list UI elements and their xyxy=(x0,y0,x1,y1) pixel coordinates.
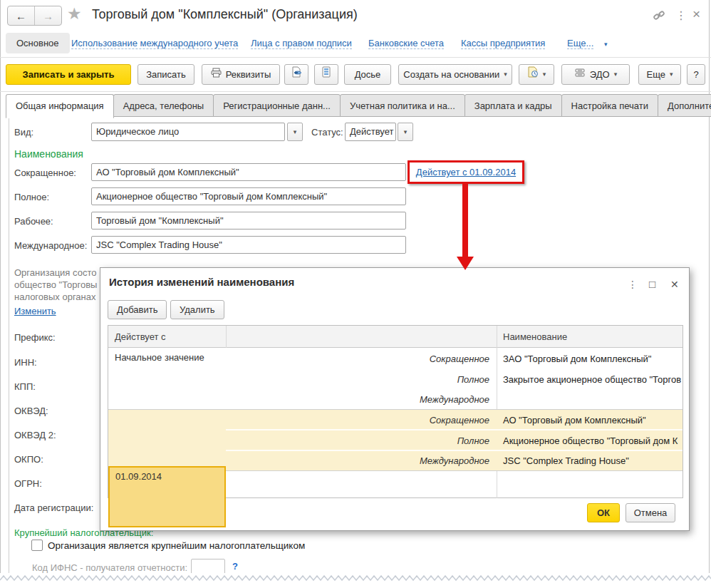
tab-additional[interactable]: Дополнительно xyxy=(658,94,711,117)
tab-payroll-hr[interactable]: Зарплата и кадры xyxy=(465,94,562,117)
status-field[interactable]: Действует xyxy=(345,123,396,141)
tab-accounting-policy[interactable]: Учетная политика и на... xyxy=(340,94,465,117)
working-name-label: Рабочее: xyxy=(14,216,53,227)
vid-dropdown-icon[interactable]: ▾ xyxy=(287,123,303,141)
toolbar-more-label: Еще xyxy=(647,65,665,84)
okpo-label: ОКПО: xyxy=(14,454,43,465)
history-table-header: Действует с Наименование xyxy=(108,326,683,348)
selected-date-cell[interactable]: 01.09.2014 xyxy=(108,466,226,527)
requisites-button[interactable]: Реквизиты xyxy=(202,64,280,85)
short-name-field[interactable]: АО "Торговый дом Комплексный" xyxy=(91,163,406,181)
column-header-name: Наименование xyxy=(497,326,574,348)
nav-link-more[interactable]: Еще... xyxy=(567,38,593,49)
name-value-cell[interactable]: JSC "Complex Trading House" xyxy=(497,455,683,466)
printer-icon xyxy=(211,65,222,84)
edo-caret-icon: ▾ xyxy=(614,65,618,84)
back-button[interactable]: ← xyxy=(8,6,34,25)
international-name-field[interactable]: JSC "Complex Trading House" xyxy=(91,236,406,254)
annotation-arrow xyxy=(462,184,468,257)
name-value-cell[interactable]: ЗАО "Торговый дом Комплексный" xyxy=(497,354,683,364)
form-left-border xyxy=(9,118,9,577)
nav-link-international-accounting[interactable]: Использование международного учета xyxy=(71,38,238,49)
toolbar-more-button[interactable]: Еще▾ xyxy=(638,64,681,85)
name-kind-label: Международное xyxy=(226,455,497,466)
nav-link-signatories[interactable]: Лица с правом подписи xyxy=(251,38,352,49)
dialog-more-dots-icon[interactable]: ⋮ xyxy=(628,279,638,290)
ifns-help-icon[interactable]: ? xyxy=(232,561,238,572)
valid-from-cell[interactable]: Начальное значение xyxy=(108,348,226,367)
help-button[interactable]: ? xyxy=(687,64,705,85)
tab-registration-data[interactable]: Регистрационные данн... xyxy=(213,94,341,117)
okved2-label: ОКВЭД 2: xyxy=(14,430,56,440)
create-based-caret-icon: ▾ xyxy=(504,65,507,84)
delete-button[interactable]: Удалить xyxy=(170,300,224,319)
okved-label: ОКВЭД: xyxy=(14,406,48,416)
largest-taxpayer-checkbox[interactable] xyxy=(31,540,43,551)
tab-addresses[interactable]: Адреса, телефоны xyxy=(113,94,214,117)
create-based-on-button[interactable]: Создать на основании▾ xyxy=(398,64,512,85)
save-label: Записать xyxy=(146,65,186,84)
dialog-maximize-icon[interactable]: □ xyxy=(649,278,655,290)
org-note-line: Организация состо xyxy=(14,267,100,279)
working-name-field[interactable]: Торговый дом "Комплексный" xyxy=(91,212,406,229)
dialog-close-icon[interactable]: ✕ xyxy=(670,279,679,290)
history-row-initial[interactable]: Начальное значение Сокращенное ЗАО "Торг… xyxy=(108,348,683,409)
ogrn-label: ОГРН: xyxy=(14,478,42,489)
annotation-arrow-head-icon xyxy=(457,257,474,270)
name-kind-label: Международное xyxy=(226,394,497,405)
prefix-label: Префикс: xyxy=(14,332,56,343)
nav-link-bank-accounts[interactable]: Банковские счета xyxy=(368,38,444,49)
name-history-dialog: История изменений наименования ⋮ □ ✕ Доб… xyxy=(100,267,690,531)
add-button[interactable]: Добавить xyxy=(108,300,167,319)
structure-icon-button[interactable] xyxy=(314,64,338,85)
history-table[interactable]: Действует с Наименование Начальное значе… xyxy=(108,325,683,498)
change-link[interactable]: Изменить xyxy=(14,306,56,316)
status-label: Статус: xyxy=(311,127,343,138)
dossier-button[interactable]: Досье xyxy=(344,64,391,85)
nav-more-caret-icon[interactable]: ▾ xyxy=(604,41,608,48)
tab-print-settings[interactable]: Настройка печати xyxy=(561,94,658,117)
history-row-2014[interactable]: Сокращенное АО "Торговый дом Комплексный… xyxy=(108,410,683,470)
name-value-cell[interactable]: Акционерное общество "Торговый дом К xyxy=(497,435,683,446)
status-dropdown-icon[interactable]: ▾ xyxy=(398,123,413,141)
requisites-label: Реквизиты xyxy=(226,65,271,84)
window-right-border xyxy=(709,0,710,577)
edo-icon xyxy=(574,65,586,84)
name-kind-label: Полное xyxy=(226,374,497,385)
forward-button[interactable]: → xyxy=(34,6,61,25)
names-section-header: Наименования xyxy=(14,148,83,160)
more-dots-icon[interactable]: ⋮ xyxy=(675,9,687,22)
app-window: ← → ★ Торговый дом "Комплексный" (Органи… xyxy=(0,0,711,588)
vid-label: Вид: xyxy=(14,127,33,138)
history-link[interactable]: Действует с 01.09.2014 xyxy=(416,167,516,177)
tab-general-info[interactable]: Общая информация xyxy=(6,94,114,118)
toolbar-separator xyxy=(0,91,711,92)
save-button[interactable]: Записать xyxy=(137,64,194,85)
forward-icon: → xyxy=(43,10,53,22)
name-value-cell[interactable]: АО "Торговый дом Комплексный" xyxy=(497,415,683,425)
nav-item-main[interactable]: Основное xyxy=(6,33,70,53)
favorite-star-icon[interactable]: ★ xyxy=(67,4,82,24)
toolbar-more-caret-icon: ▾ xyxy=(670,65,673,84)
subrow-separator xyxy=(226,429,683,430)
name-kind-label: Сокращенное xyxy=(226,415,497,425)
full-name-field[interactable]: Акционерное общество "Торговый дом Компл… xyxy=(91,187,406,205)
document-clock-icon xyxy=(527,65,539,84)
vid-field[interactable]: Юридическое лицо xyxy=(91,123,285,141)
name-value-cell[interactable]: Закрытое акционерное общество "Торгов xyxy=(497,374,683,385)
document-clock-icon-button[interactable]: ▾ xyxy=(519,64,554,85)
short-name-label: Сокращенное: xyxy=(14,167,76,178)
org-note-line: общество "Торговы xyxy=(14,279,100,291)
back-icon: ← xyxy=(16,10,26,22)
window-close-icon[interactable]: × xyxy=(692,6,700,22)
edo-button[interactable]: ЭДО ▾ xyxy=(561,64,630,85)
dialog-title: История изменений наименования xyxy=(109,276,294,288)
registration-date-label: Дата регистрации: xyxy=(14,502,93,513)
ok-button[interactable]: ОК xyxy=(587,503,620,522)
load-data-icon-button[interactable] xyxy=(284,64,308,85)
save-and-close-button[interactable]: Записать и закрыть xyxy=(6,64,131,85)
nav-link-cash-desks[interactable]: Кассы предприятия xyxy=(461,38,545,49)
link-icon[interactable] xyxy=(653,9,665,24)
cancel-button[interactable]: Отмена xyxy=(626,503,675,522)
dossier-label: Досье xyxy=(355,65,381,84)
